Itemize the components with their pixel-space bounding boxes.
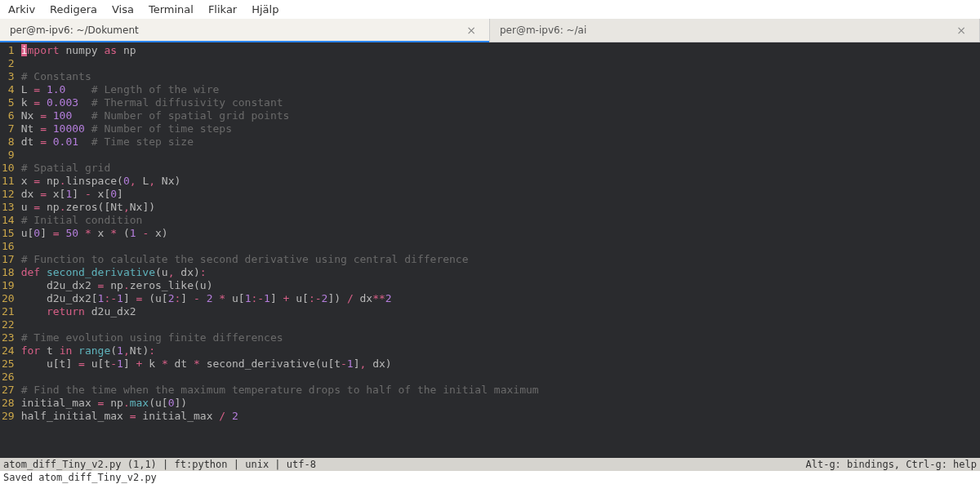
tab-title: per@m-ipv6: ~/Dokument bbox=[10, 24, 139, 36]
code-line[interactable]: u = np.zeros([Nt,Nx]) bbox=[21, 201, 539, 214]
line-number-gutter: 1234567891011121314151617181920212223242… bbox=[0, 42, 18, 424]
editor[interactable]: 1234567891011121314151617181920212223242… bbox=[0, 42, 980, 458]
tab-dokument[interactable]: per@m-ipv6: ~/Dokument × bbox=[0, 19, 490, 42]
code-line[interactable]: dt = 0.01 # Time step size bbox=[21, 135, 539, 149]
menu-hjalp[interactable]: Hjälp bbox=[252, 3, 278, 16]
menu-redigera[interactable]: Redigera bbox=[50, 3, 97, 16]
code-line[interactable]: for t in range(1,Nt): bbox=[21, 344, 539, 357]
tab-title: per@m-ipv6: ~/ai bbox=[500, 24, 586, 36]
code-line[interactable]: k = 0.003 # Thermal diffusivity constant bbox=[21, 96, 539, 109]
code-line[interactable]: x = np.linspace(0, L, Nx) bbox=[21, 175, 539, 188]
code-line[interactable]: def second_derivative(u, dx): bbox=[21, 266, 539, 279]
code-line[interactable] bbox=[21, 371, 539, 384]
menubar: Arkiv Redigera Visa Terminal Flikar Hjäl… bbox=[0, 0, 980, 19]
status-bar: atom_diff_Tiny_v2.py (1,1) | ft:python |… bbox=[0, 458, 980, 471]
tabbar: per@m-ipv6: ~/Dokument × per@m-ipv6: ~/a… bbox=[0, 19, 980, 42]
message-bar: Saved atom_diff_Tiny_v2.py bbox=[0, 471, 980, 484]
close-icon[interactable]: × bbox=[953, 24, 969, 37]
status-right: Alt-g: bindings, Ctrl-g: help bbox=[805, 459, 977, 470]
code-line[interactable]: d2u_dx2 = np.zeros_like(u) bbox=[21, 279, 539, 292]
menu-flikar[interactable]: Flikar bbox=[208, 3, 237, 16]
code-line[interactable] bbox=[21, 318, 539, 331]
code-line[interactable]: # Find the time when the maximum tempera… bbox=[21, 384, 539, 397]
code-line[interactable]: # Time evolution using finite difference… bbox=[21, 331, 539, 344]
code-line[interactable]: Nt = 10000 # Number of time steps bbox=[21, 122, 539, 135]
code-line[interactable]: L = 1.0 # Length of the wire bbox=[21, 83, 539, 96]
menu-visa[interactable]: Visa bbox=[112, 3, 134, 16]
code-line[interactable]: Nx = 100 # Number of spatial grid points bbox=[21, 109, 539, 122]
menu-arkiv[interactable]: Arkiv bbox=[8, 3, 35, 16]
code-line[interactable]: u[t] = u[t-1] + k * dt * second_derivati… bbox=[21, 357, 539, 371]
code-line[interactable] bbox=[21, 240, 539, 253]
code-line[interactable]: # Initial condition bbox=[21, 214, 539, 227]
code-line[interactable]: dx = x[1] - x[0] bbox=[21, 188, 539, 201]
code-lines[interactable]: import numpy as np# ConstantsL = 1.0 # L… bbox=[18, 42, 542, 424]
code-line[interactable] bbox=[21, 57, 539, 70]
code-line[interactable] bbox=[21, 149, 539, 162]
code-line[interactable]: # Spatial grid bbox=[21, 162, 539, 175]
code-line[interactable]: d2u_dx2[1:-1] = (u[2:] - 2 * u[1:-1] + u… bbox=[21, 292, 539, 305]
code-line[interactable]: initial_max = np.max(u[0]) bbox=[21, 397, 539, 410]
code-line[interactable]: # Function to calculate the second deriv… bbox=[21, 253, 539, 266]
menu-terminal[interactable]: Terminal bbox=[149, 3, 194, 16]
code-line[interactable]: # Constants bbox=[21, 70, 539, 83]
close-icon[interactable]: × bbox=[463, 24, 479, 37]
tab-ai[interactable]: per@m-ipv6: ~/ai × bbox=[490, 19, 980, 42]
code-line[interactable]: u[0] = 50 * x * (1 - x) bbox=[21, 227, 539, 240]
code-line[interactable]: half_initial_max = initial_max / 2 bbox=[21, 410, 539, 423]
code-line[interactable]: import numpy as np bbox=[21, 44, 539, 57]
code-line[interactable]: return d2u_dx2 bbox=[21, 305, 539, 318]
status-left: atom_diff_Tiny_v2.py (1,1) | ft:python |… bbox=[3, 459, 316, 470]
